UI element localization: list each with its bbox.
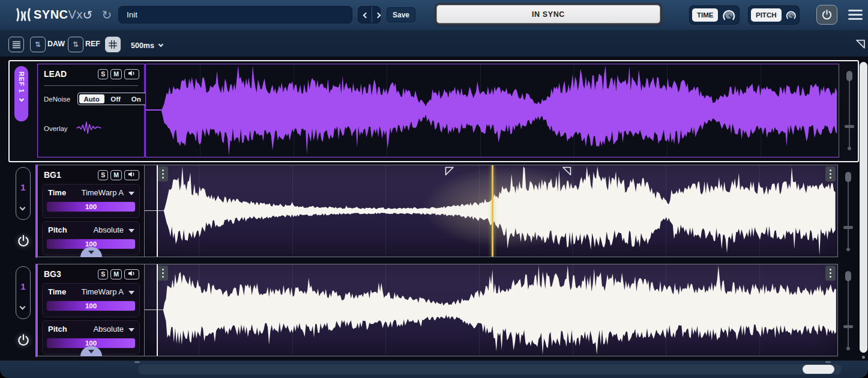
pitch-knob[interactable] (785, 7, 797, 23)
fader-handle[interactable] (845, 172, 851, 182)
track-accent-bar (35, 264, 37, 357)
denoise-auto-option[interactable]: Auto (79, 94, 104, 103)
denoise-label: DeNoise (44, 96, 70, 103)
bg1-power-icon[interactable] (17, 234, 30, 248)
track-accent-bar (35, 165, 37, 258)
pitch-button[interactable]: PITCH (751, 8, 782, 22)
undo-icon: ↺ (83, 8, 93, 22)
monitor-button[interactable] (124, 69, 139, 79)
time-mode-dropdown[interactable]: TimeWarp A (81, 287, 124, 296)
dropdown-arrow-icon[interactable] (128, 291, 134, 294)
mute-button[interactable]: M (110, 269, 122, 279)
preset-input[interactable] (118, 6, 352, 23)
time-label: Time (48, 188, 66, 197)
fader-center-mark (843, 226, 853, 229)
resolution-dropdown[interactable]: 500ms (131, 40, 163, 50)
ref-track: REF 1 LEAD S M DeNoise Auto Off On (8, 60, 859, 162)
track-collapse-pill[interactable]: REF 1 (14, 66, 28, 121)
ref-label: REF (85, 40, 100, 48)
fader-rail (848, 278, 849, 347)
chevron-down-icon (19, 97, 23, 102)
time-amount-slider[interactable]: 100 (46, 300, 136, 311)
pitch-module: PITCH (748, 5, 800, 25)
pitch-label: Pitch (48, 225, 67, 234)
fader-rail (848, 179, 849, 248)
time-amount-slider[interactable]: 100 (46, 201, 136, 212)
bg1-volume-fader (840, 167, 857, 257)
track-options-button[interactable] (825, 266, 836, 281)
preset-next-button[interactable] (372, 7, 385, 23)
solo-button[interactable]: S (98, 269, 108, 279)
divider (44, 85, 138, 86)
dropdown-arrow-icon[interactable] (128, 192, 134, 195)
time-knob[interactable] (722, 7, 737, 23)
bg3-power-icon[interactable] (17, 334, 30, 347)
time-mode-dropdown[interactable]: TimeWarp A (81, 188, 124, 197)
fader-rail (849, 78, 850, 147)
time-group: Time TimeWarp A 100 (42, 184, 140, 218)
tracklist-button[interactable] (8, 37, 24, 52)
grid-button[interactable] (105, 37, 121, 52)
chevron-down-icon (20, 304, 26, 310)
horizontal-scrollbar[interactable] (138, 364, 842, 374)
ref-sync-button[interactable]: ⇅ (68, 37, 83, 52)
overlay-label: Overlay (44, 125, 68, 132)
ref-waveform[interactable] (145, 64, 839, 157)
dropdown-arrow-icon[interactable] (128, 229, 134, 233)
vertical-scrollbar[interactable] (860, 62, 867, 353)
fader-end-dot (846, 347, 850, 350)
power-icon (821, 9, 833, 20)
chevron-right-icon (375, 13, 381, 19)
track-options-button[interactable] (158, 166, 168, 181)
overlay-icon[interactable] (76, 120, 101, 136)
track-name: BG1 (44, 170, 61, 180)
fader-handle[interactable] (845, 271, 851, 281)
time-button[interactable]: TIME (692, 8, 718, 22)
corner-marker-icon[interactable] (855, 39, 866, 49)
warp-marker-right-icon[interactable] (562, 166, 571, 176)
mute-button[interactable]: M (110, 69, 122, 79)
denoise-off-option[interactable]: Off (105, 96, 126, 103)
track-options-button[interactable] (825, 166, 836, 181)
speaker-icon (128, 171, 136, 177)
monitor-button[interactable] (124, 269, 139, 279)
time-group: Time TimeWarp A 100 (42, 283, 140, 317)
menu-button[interactable] (848, 10, 863, 20)
denoise-on-option[interactable]: On (126, 96, 146, 103)
track-options-button[interactable] (158, 266, 168, 281)
group-number: 1 (16, 182, 30, 192)
fader-center-mark (843, 325, 853, 328)
undo-button[interactable]: ↺ (79, 7, 96, 23)
solo-button[interactable]: S (98, 69, 108, 79)
playhead[interactable] (492, 165, 493, 257)
horizontal-scroll-thumb[interactable] (803, 365, 834, 374)
bg3-track-header: BG3 S M Time TimeWarp A 100 Pitch (37, 264, 145, 356)
pitch-mode-dropdown[interactable]: Absolute (93, 225, 124, 234)
bg1-track-header: BG1 S M Time TimeWarp A 100 Pitch (37, 165, 145, 257)
warp-marker-left-icon[interactable] (445, 166, 454, 176)
solo-button[interactable]: S (98, 170, 108, 180)
daw-sync-button[interactable]: ⇅ (30, 37, 46, 52)
daw-label: DAW (47, 40, 65, 48)
bg3-group-button[interactable]: 1 (16, 266, 31, 319)
grid-icon (109, 40, 117, 49)
fader-handle[interactable] (846, 71, 852, 81)
track-name: LEAD (44, 69, 67, 79)
monitor-button[interactable] (124, 170, 139, 180)
preset-prev-button[interactable] (358, 7, 372, 23)
bg1-waveform[interactable] (144, 165, 838, 257)
bg1-waveform-shape (145, 165, 837, 257)
app-title: SYNCVx (34, 8, 83, 22)
redo-button[interactable]: ↻ (98, 7, 115, 23)
dropdown-arrow-icon[interactable] (128, 328, 134, 332)
bg1-group-button[interactable]: 1 (16, 167, 31, 220)
mute-button[interactable]: M (110, 170, 122, 180)
redo-icon: ↻ (102, 8, 112, 22)
save-button[interactable]: Save (387, 7, 415, 22)
sync-status-display: IN SYNC (436, 5, 660, 23)
power-button[interactable] (816, 5, 837, 25)
group-number: 1 (16, 281, 30, 291)
preset-nav (358, 6, 381, 23)
bg3-waveform[interactable] (144, 264, 838, 356)
pitch-mode-dropdown[interactable]: Absolute (93, 325, 124, 334)
